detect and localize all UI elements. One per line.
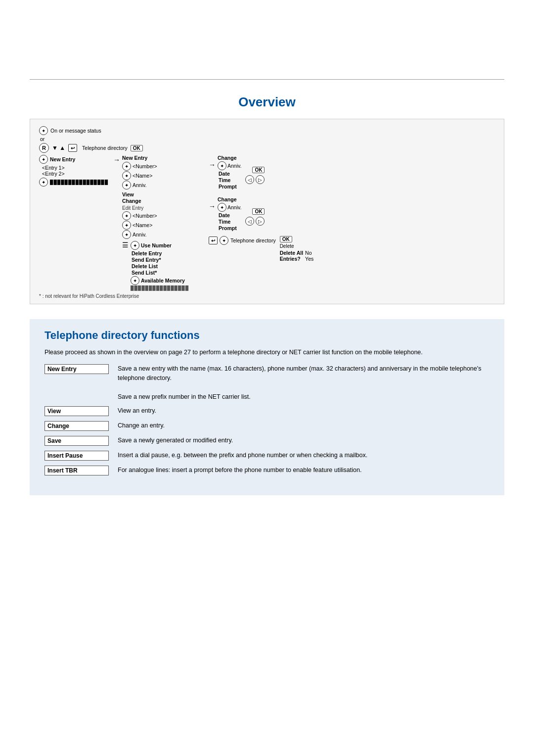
- left-nav-icon1: ◁: [245, 175, 254, 184]
- name-icon1: ✦: [122, 171, 131, 180]
- date-label2: Date: [219, 212, 241, 218]
- change-label4: Change: [218, 196, 265, 202]
- arrow-3: →: [209, 202, 216, 210]
- send-entry-label: Send Entry*: [132, 257, 189, 263]
- avail-mem-icon: ✦: [131, 276, 139, 285]
- s-icon-2: ↩: [209, 236, 218, 244]
- anniv-r-icon2: ✦: [218, 203, 226, 212]
- func-label-view: View: [44, 406, 109, 416]
- func-label-insert-tbr: Insert TBR: [44, 466, 109, 475]
- tdir2-label: Telephone directory: [230, 237, 276, 243]
- func-row-change: Change Change an entry.: [44, 421, 490, 431]
- func-row-insert-pause: Insert Pause Insert a dial pause, e.g. b…: [44, 451, 490, 461]
- name-label2: <Name>: [133, 222, 152, 228]
- hash-dots: ████████████████: [50, 180, 108, 185]
- func-row-insert-tbr: Insert TBR For analogue lines: insert a …: [44, 466, 490, 475]
- func-desc-insert-pause: Insert a dial pause, e.g. between the pr…: [118, 451, 490, 460]
- func-row-new-entry: New Entry Save a new entry with the name…: [44, 364, 490, 401]
- entries-label: Entries?: [280, 256, 303, 262]
- view-label: View: [122, 191, 209, 197]
- footnote: * : not relevant for HiPath Cordless Ent…: [39, 293, 495, 299]
- date-label1: Date: [219, 171, 241, 177]
- nav-arrows: ▼ ▲: [52, 144, 65, 151]
- number-label1: <Number>: [133, 163, 157, 169]
- number-label2: <Number>: [133, 213, 157, 219]
- ok-button-1: OK: [131, 145, 143, 151]
- func-desc-view: View an entry.: [118, 406, 490, 416]
- anniv-label2: Anniv.: [133, 232, 146, 237]
- entry2-label: <Entry 2>: [42, 171, 113, 177]
- delete-all-label: Delete All: [280, 250, 303, 256]
- right-nav-icon1: ▷: [256, 175, 265, 184]
- or-label: or: [40, 136, 495, 142]
- r-icon: R: [39, 143, 49, 153]
- on-message-label: On or message status: [50, 128, 101, 134]
- name-label1: <Name>: [133, 173, 152, 179]
- ok-pill-3: OK: [280, 236, 292, 242]
- new-entry-nav-icon: ✦: [39, 155, 48, 164]
- arrow-2: →: [209, 161, 216, 169]
- anniv-icon1: ✦: [122, 181, 131, 189]
- page: Overview ✦ On or message status or R ▼ ▲…: [0, 79, 534, 756]
- func-label-save: Save: [44, 436, 109, 446]
- delete-entry-label: Delete Entry: [132, 250, 189, 256]
- new-entry-diag-label: New Entry: [50, 156, 75, 162]
- telephone-dir-label: Telephone directory: [82, 145, 128, 151]
- prompt-label1: Prompt: [219, 184, 241, 189]
- anniv-icon2: ✦: [122, 230, 131, 239]
- func-label-change: Change: [44, 421, 109, 431]
- number-icon1: ✦: [122, 162, 131, 171]
- avail-memory-label: Available Memory: [141, 278, 185, 284]
- delete-list-label: Delete List: [132, 263, 189, 269]
- diag-col2: New Entry ✦ <Number> ✦ <Name> ✦ Anniv.: [122, 155, 209, 291]
- dots-nav-icon: ✦: [39, 178, 48, 187]
- content-area: Overview ✦ On or message status or R ▼ ▲…: [30, 94, 504, 495]
- overview-section: Overview ✦ On or message status or R ▼ ▲…: [30, 94, 504, 304]
- func-row-view: View View an entry.: [44, 406, 490, 416]
- func-desc-change: Change an entry.: [118, 421, 490, 430]
- arrow-1: →: [113, 156, 120, 164]
- entry1-label: <Entry 1>: [42, 165, 113, 171]
- send-list-label: Send List*: [132, 270, 189, 276]
- func-label-new-entry: New Entry: [44, 364, 109, 374]
- anniv-label1: Anniv.: [133, 182, 146, 188]
- func-row-save: Save Save a newly generated or modified …: [44, 436, 490, 446]
- name-icon2: ✦: [122, 221, 131, 230]
- functions-title: Telephone directory functions: [44, 329, 490, 342]
- use-number-icon: ✦: [131, 241, 139, 250]
- s-back-icon: ↩: [68, 144, 77, 152]
- functions-table: New Entry Save a new entry with the name…: [44, 364, 490, 475]
- functions-section: Telephone directory functions Please pro…: [30, 319, 504, 495]
- func-desc-save: Save a newly generated or modified entry…: [118, 436, 490, 445]
- ok-pill-2: OK: [252, 208, 265, 215]
- left-nav-icon2: ◁: [245, 217, 254, 226]
- delete-label: Delete: [280, 243, 314, 249]
- change-label3: Change: [218, 155, 265, 161]
- tdir-ok-row: ↩ ✦ Telephone directory OK Delete: [209, 236, 495, 262]
- list-icon: ☰: [122, 241, 129, 249]
- functions-intro: Please proceed as shown in the overview …: [44, 348, 490, 357]
- top-rule: [30, 79, 504, 80]
- ok-pill-1: OK: [252, 167, 265, 173]
- use-number-label: Use Number: [141, 242, 172, 248]
- anniv-r-label2: Anniv.: [227, 204, 241, 210]
- overview-title: Overview: [30, 94, 504, 110]
- change-label2: Change: [122, 198, 209, 204]
- new-entry-sub-title: New Entry: [122, 155, 209, 161]
- number-icon2: ✦: [122, 211, 131, 220]
- time-label2: Time: [219, 219, 241, 225]
- message-status-icon: ✦: [39, 126, 48, 135]
- overview-diagram-box: ✦ On or message status or R ▼ ▲ ↩ Teleph…: [30, 119, 504, 304]
- func-desc-insert-tbr: For analogue lines: insert a prompt befo…: [118, 466, 490, 475]
- yes-label: Yes: [305, 256, 313, 262]
- anniv-r-icon1: ✦: [218, 161, 226, 170]
- right-nav-icon2: ▷: [256, 217, 265, 226]
- diag-col3: → Change ✦ Anniv. Date: [209, 155, 495, 262]
- time-label1: Time: [219, 177, 241, 183]
- hash-bottom: ████████████████: [131, 285, 189, 290]
- edit-entry-label: Edit Entry: [122, 205, 209, 211]
- prompt-label2: Prompt: [219, 225, 241, 231]
- no-label: No: [305, 250, 313, 256]
- func-desc-new-entry: Save a new entry with the name (max. 16 …: [118, 364, 490, 401]
- diag-col1: ✦ New Entry <Entry 1> <Entry 2> ✦ ██████…: [39, 155, 113, 187]
